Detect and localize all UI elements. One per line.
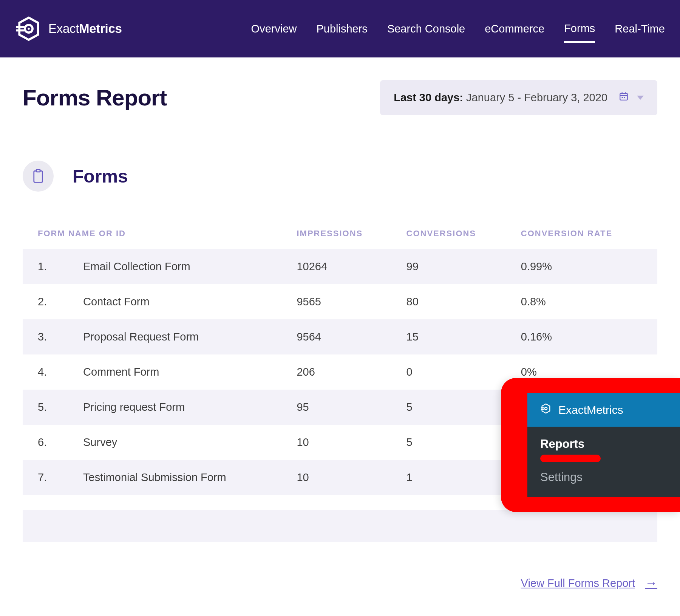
- row-name: Proposal Request Form: [76, 319, 289, 354]
- nav-realtime[interactable]: Real-Time: [615, 23, 665, 43]
- table-footer-bar: [23, 510, 657, 542]
- nav-publishers[interactable]: Publishers: [316, 23, 367, 43]
- svg-rect-12: [36, 170, 40, 172]
- row-impressions: 9564: [289, 319, 399, 354]
- row-impressions: 10: [289, 460, 399, 495]
- row-name: Testimonial Submission Form: [76, 460, 289, 495]
- svg-point-14: [545, 407, 547, 410]
- section-title: Forms: [73, 166, 128, 187]
- exactmetrics-small-icon: [540, 403, 552, 417]
- row-name: Contact Form: [76, 284, 289, 319]
- chevron-down-icon: [637, 96, 644, 100]
- highlight-marker: [540, 455, 601, 462]
- nav-forms[interactable]: Forms: [564, 22, 595, 43]
- row-index: 3.: [23, 319, 76, 354]
- footer-link-row: View Full Forms Report →: [0, 542, 680, 590]
- row-conversions: 80: [399, 284, 513, 319]
- row-index: 6.: [23, 425, 76, 460]
- table-header-row: Form Name or ID Impressions Conversions …: [23, 222, 657, 249]
- clipboard-icon: [23, 161, 54, 192]
- col-conversions: Conversions: [399, 222, 513, 249]
- row-name: Pricing request Form: [76, 390, 289, 425]
- svg-rect-10: [624, 97, 625, 98]
- table-row: 1.Email Collection Form10264990.99%: [23, 249, 657, 284]
- exactmetrics-logo-icon: [15, 15, 42, 42]
- admin-brand-label: ExactMetrics: [558, 404, 623, 416]
- row-impressions: 95: [289, 390, 399, 425]
- col-rate: Conversion Rate: [513, 222, 657, 249]
- svg-marker-13: [542, 404, 550, 413]
- arrow-right-icon: →: [645, 576, 657, 590]
- admin-menu-reports[interactable]: Reports: [540, 437, 667, 451]
- row-conversions: 5: [399, 425, 513, 460]
- section-heading: Forms: [23, 161, 657, 192]
- row-index: 4.: [23, 354, 76, 390]
- row-index: 5.: [23, 390, 76, 425]
- admin-menu: ExactMetrics Reports Settings: [527, 393, 680, 497]
- row-rate: 0.8%: [513, 284, 657, 319]
- admin-menu-settings[interactable]: Settings: [540, 471, 667, 484]
- row-impressions: 10: [289, 425, 399, 460]
- row-rate: 0.16%: [513, 319, 657, 354]
- svg-rect-11: [34, 171, 43, 182]
- nav-ecommerce[interactable]: eCommerce: [485, 23, 544, 43]
- top-navbar: ExactMetrics Overview Publishers Search …: [0, 0, 680, 57]
- nav-overview[interactable]: Overview: [251, 23, 297, 43]
- row-index: 2.: [23, 284, 76, 319]
- page-title: Forms Report: [23, 85, 167, 111]
- row-name: Survey: [76, 425, 289, 460]
- row-conversions: 5: [399, 390, 513, 425]
- row-conversions: 99: [399, 249, 513, 284]
- brand-logo[interactable]: ExactMetrics: [15, 15, 122, 42]
- col-form-name: Form Name or ID: [23, 222, 289, 249]
- row-name: Email Collection Form: [76, 249, 289, 284]
- brand-name: ExactMetrics: [48, 22, 122, 36]
- row-index: 1.: [23, 249, 76, 284]
- svg-point-2: [28, 28, 30, 30]
- admin-menu-overlay: ExactMetrics Reports Settings: [501, 378, 680, 512]
- date-range-picker[interactable]: Last 30 days: January 5 - February 3, 20…: [380, 80, 657, 115]
- calendar-icon: [619, 91, 629, 104]
- admin-menu-brand[interactable]: ExactMetrics: [527, 393, 680, 427]
- view-full-report-link[interactable]: View Full Forms Report →: [521, 576, 657, 590]
- row-index: 7.: [23, 460, 76, 495]
- table-row: 2.Contact Form9565800.8%: [23, 284, 657, 319]
- col-impressions: Impressions: [289, 222, 399, 249]
- table-row: 3.Proposal Request Form9564150.16%: [23, 319, 657, 354]
- row-impressions: 9565: [289, 284, 399, 319]
- row-conversions: 0: [399, 354, 513, 390]
- row-impressions: 206: [289, 354, 399, 390]
- page-header: Forms Report Last 30 days: January 5 - F…: [23, 80, 657, 115]
- row-conversions: 1: [399, 460, 513, 495]
- date-range-text: Last 30 days: January 5 - February 3, 20…: [394, 91, 607, 104]
- nav-search-console[interactable]: Search Console: [387, 23, 465, 43]
- svg-rect-9: [622, 97, 623, 98]
- row-rate: 0.99%: [513, 249, 657, 284]
- row-impressions: 10264: [289, 249, 399, 284]
- row-conversions: 15: [399, 319, 513, 354]
- nav-links: Overview Publishers Search Console eComm…: [251, 19, 665, 39]
- row-name: Comment Form: [76, 354, 289, 390]
